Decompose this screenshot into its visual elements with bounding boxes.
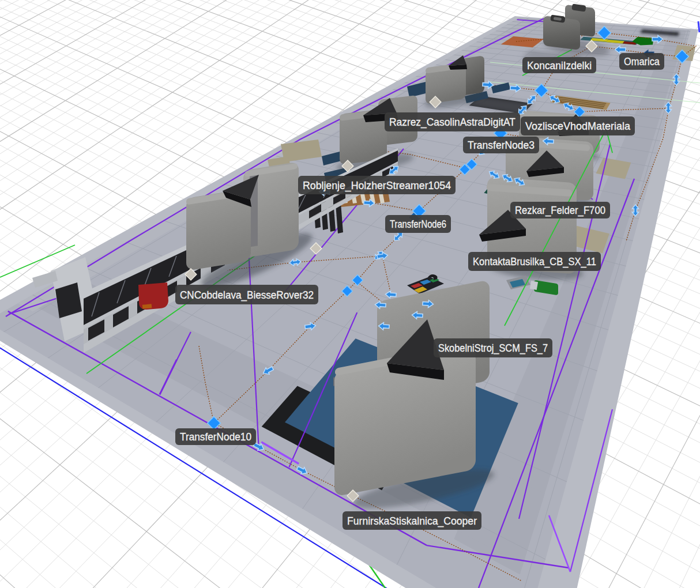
svg-text:TransferNode10: TransferNode10 <box>180 431 251 443</box>
svg-text:TransferNode3: TransferNode3 <box>468 139 535 151</box>
svg-text:Rezkar_Felder_F700: Rezkar_Felder_F700 <box>515 204 605 217</box>
svg-text:KoncaniIzdelki: KoncaniIzdelki <box>527 59 592 71</box>
svg-text:Omarica: Omarica <box>624 55 660 67</box>
svg-text:Razrez_CasolinAstraDigitAT: Razrez_CasolinAstraDigitAT <box>389 116 515 129</box>
svg-text:CNCobdelava_BiesseRover32: CNCobdelava_BiesseRover32 <box>180 289 314 301</box>
svg-text:Robljenje_HolzherStreamer1054: Robljenje_HolzherStreamer1054 <box>303 179 451 192</box>
svg-text:TransferNode6: TransferNode6 <box>390 218 446 230</box>
svg-text:FurnirskaStiskalnica_Cooper: FurnirskaStiskalnica_Cooper <box>347 515 477 527</box>
svg-text:KontaktaBrusilka_CB_SX_11: KontaktaBrusilka_CB_SX_11 <box>473 255 596 268</box>
svg-text:SkobelniStroj_SCM_FS_7: SkobelniStroj_SCM_FS_7 <box>438 342 548 355</box>
svg-text:VozlisceVhodMateriala: VozlisceVhodMateriala <box>525 120 630 132</box>
